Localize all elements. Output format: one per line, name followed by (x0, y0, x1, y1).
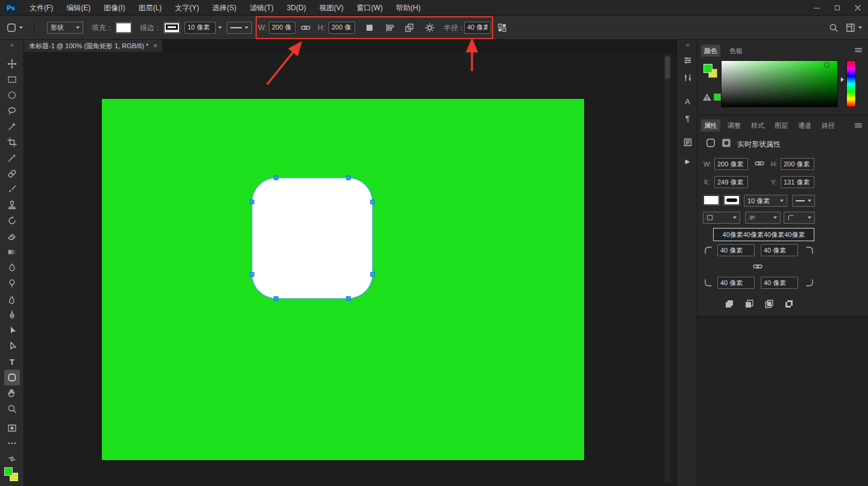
move-tool[interactable] (4, 56, 20, 72)
anchor-handle[interactable] (274, 176, 278, 180)
direct-selection-tool[interactable] (4, 338, 20, 354)
hand-tool[interactable] (4, 385, 20, 401)
lasso-tool[interactable] (4, 103, 20, 119)
anchor-handle[interactable] (250, 273, 254, 277)
prop-h-input[interactable] (781, 158, 814, 170)
document-tab[interactable]: 未标题-1 @ 100% (圆角矩形 1, RGB/8) * × (24, 40, 163, 52)
anchor-handle[interactable] (347, 297, 351, 301)
prop-x-input[interactable] (714, 176, 748, 188)
canvas-area[interactable] (24, 52, 676, 486)
stroke-style-dropdown[interactable] (227, 22, 252, 34)
link-dimensions-button[interactable] (299, 21, 312, 34)
hue-slider[interactable] (846, 60, 856, 107)
tool-mode-dropdown[interactable]: 形状 (47, 22, 83, 34)
intersect-shapes-icon[interactable] (761, 297, 777, 311)
timeline-panel-icon[interactable]: ▶ (679, 153, 696, 169)
stroke-width-caret-icon[interactable] (218, 27, 222, 29)
prop-w-input[interactable] (714, 158, 748, 170)
tab-swatches[interactable]: 色板 (726, 45, 746, 57)
workspace-button[interactable] (844, 21, 857, 34)
menu-edit[interactable]: 编辑(E) (60, 0, 97, 16)
prop-stroke-swatch[interactable] (724, 195, 740, 205)
scrollbar-thumb[interactable] (665, 56, 670, 79)
type-tool[interactable]: T (4, 354, 20, 370)
zoom-tool[interactable] (4, 401, 20, 417)
stroke-align-dropdown[interactable] (703, 212, 740, 224)
anchor-handle[interactable] (347, 176, 351, 180)
menu-select[interactable]: 选择(S) (206, 0, 243, 16)
gradient-tool[interactable] (4, 244, 20, 260)
brush-settings-panel-icon[interactable] (679, 52, 696, 68)
eraser-tool[interactable] (4, 229, 20, 244)
glyphs-panel-icon[interactable] (679, 134, 696, 150)
stroke-caps-dropdown[interactable] (745, 212, 781, 224)
brush-tool[interactable] (4, 181, 20, 197)
tool-preset-picker[interactable] (5, 21, 18, 34)
fill-color-swatch[interactable] (116, 22, 131, 33)
close-button[interactable] (848, 0, 868, 16)
path-selection-tool[interactable] (4, 323, 20, 338)
prop-stroke-width-dropdown[interactable]: 10 像素 (744, 195, 787, 207)
dodge-tool[interactable] (4, 276, 20, 291)
tab-color[interactable]: 颜色 (701, 45, 720, 57)
quick-selection-tool[interactable] (4, 119, 20, 134)
color-panel-menu-icon[interactable] (852, 43, 865, 57)
corner-bl-input[interactable] (717, 277, 755, 289)
radius-input[interactable] (464, 22, 491, 34)
paragraph-panel-icon[interactable]: ¶ (679, 110, 696, 126)
blur-tool[interactable] (4, 260, 20, 276)
document-canvas[interactable] (102, 99, 584, 460)
align-edges-button[interactable] (495, 21, 509, 34)
tab-adjustments[interactable]: 调整 (725, 119, 744, 131)
dock-collapse-chevron[interactable]: « (677, 41, 698, 48)
height-input[interactable] (329, 22, 355, 34)
prop-fill-swatch[interactable] (703, 195, 719, 205)
anchor-handle[interactable] (250, 200, 254, 204)
edit-toolbar-button[interactable] (4, 435, 20, 451)
adjustments-panel-icon[interactable] (679, 70, 696, 86)
combine-shapes-icon[interactable] (722, 297, 737, 311)
live-shape[interactable] (249, 175, 376, 301)
tool-preset-caret-icon[interactable] (19, 27, 23, 29)
menu-3d[interactable]: 3D(D) (280, 0, 313, 16)
anchor-handle[interactable] (371, 273, 375, 277)
link-corners-button[interactable] (751, 260, 764, 273)
rounded-rectangle-tool[interactable] (4, 370, 20, 385)
menu-help[interactable]: 帮助(H) (389, 0, 427, 16)
healing-brush-tool[interactable] (4, 166, 20, 181)
history-brush-tool[interactable] (4, 213, 20, 229)
restore-button[interactable] (827, 0, 848, 16)
smudge-tool[interactable] (4, 291, 20, 307)
rectangular-marquee-tool[interactable] (4, 72, 20, 87)
width-input[interactable] (269, 22, 295, 34)
menu-filter[interactable]: 滤镜(T) (243, 0, 280, 16)
search-button[interactable] (827, 21, 840, 34)
subtract-shape-icon[interactable] (741, 297, 757, 311)
tab-close-icon[interactable]: × (153, 42, 157, 50)
path-arrangement-button[interactable] (403, 21, 416, 34)
vertical-scrollbar[interactable] (664, 53, 671, 484)
corner-tl-input[interactable] (717, 244, 755, 256)
quick-mask-button[interactable] (4, 420, 20, 436)
eyedropper-tool[interactable] (4, 150, 20, 166)
shape-settings-button[interactable] (423, 21, 436, 34)
stroke-color-swatch[interactable] (164, 22, 180, 33)
workspace-caret-icon[interactable] (858, 27, 862, 29)
toolbar-expand-chevron[interactable]: » (0, 41, 24, 48)
tab-layers[interactable]: 图层 (772, 119, 791, 131)
prop-stroke-style-dropdown[interactable] (792, 195, 815, 207)
gamut-warning-icon[interactable] (702, 93, 712, 101)
menu-file[interactable]: 文件(F) (23, 0, 60, 16)
anchor-handle[interactable] (274, 297, 278, 301)
character-panel-icon[interactable]: A (679, 93, 696, 109)
menu-type[interactable]: 文字(Y) (168, 0, 206, 16)
path-alignment-button[interactable] (383, 21, 397, 34)
prop-link-dimensions-button[interactable] (753, 157, 766, 170)
radius-summary-field[interactable]: 40像素40像素40像素40像素 (713, 228, 814, 241)
anchor-handle[interactable] (371, 200, 375, 204)
corner-tr-input[interactable] (761, 244, 798, 256)
color-field-marker[interactable] (824, 62, 829, 68)
gamut-color-swatch[interactable] (714, 93, 721, 101)
menu-window[interactable]: 窗口(W) (350, 0, 389, 16)
clone-stamp-tool[interactable] (4, 197, 20, 213)
